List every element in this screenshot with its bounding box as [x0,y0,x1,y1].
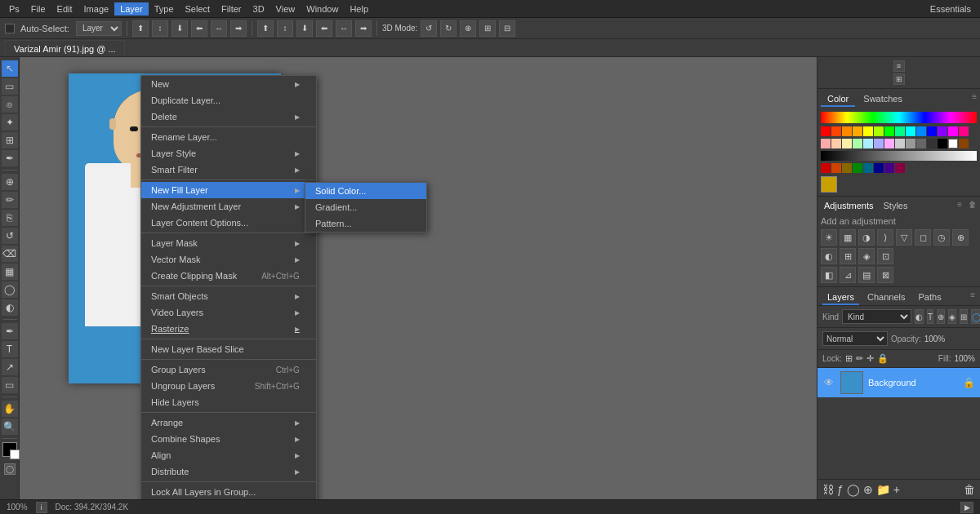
tab-layers[interactable]: Layers [822,290,859,305]
menu-item-rasterize[interactable]: Rasterize [141,321,316,337]
swatch-yellow[interactable] [863,126,873,136]
swatch-amber[interactable] [853,126,862,136]
crop-tool[interactable]: ⊞ [2,132,18,148]
align-hcenter-btn[interactable]: ↔ [211,20,227,37]
quick-mask-btn[interactable]: ◯ [4,463,16,475]
opacity-value[interactable]: 100% [924,335,946,343]
align-right-btn[interactable]: ➡ [230,20,247,37]
swatch-violet[interactable] [938,126,947,136]
active-foreground-color[interactable] [821,176,837,193]
menu-item-layer-mask[interactable]: Layer Mask [141,235,316,251]
adj-posterize-icon[interactable]: ◧ [821,267,837,283]
panel-icon-2[interactable]: ⊞ [893,73,905,85]
adj-exposure-icon[interactable]: ⟩ [877,229,893,246]
blend-mode-select[interactable]: Normal Dissolve Multiply Screen Overlay [822,331,888,346]
swatch-light-magenta[interactable] [884,139,894,148]
blur-tool[interactable]: ◯ [2,281,18,298]
adj-levels-icon[interactable]: ▦ [840,229,856,246]
layers-filter-btn-5[interactable]: ⊞ [960,309,968,324]
menu-item-new[interactable]: New [141,76,316,92]
fill-value[interactable]: 100% [954,354,975,363]
swatch-black[interactable] [938,139,947,148]
swatch-rose[interactable] [959,126,969,136]
submenu-item-gradient[interactable]: Gradient... [305,199,426,215]
menu-item-layer-content[interactable]: Layer Content Options... [141,215,316,231]
adj-colorlookup-icon[interactable]: ◈ [858,248,875,264]
menu-view[interactable]: View [270,2,301,16]
menu-edit[interactable]: Edit [51,2,78,16]
layers-kind-select[interactable]: Kind Name Effect Mode Attribute Color Sm… [842,309,911,324]
menu-item-arrange[interactable]: Arrange [141,414,316,431]
layers-filter-btn-4[interactable]: ◈ [948,309,956,324]
gradient-tool[interactable]: ▦ [2,264,18,280]
swatch-dark-red[interactable] [821,163,831,173]
adj-vibrance-icon[interactable]: ▽ [896,229,912,246]
swatch-dark-orange[interactable] [831,163,841,173]
layer-adjustment-btn[interactable]: ⊕ [863,483,873,496]
menu-file[interactable]: File [25,2,51,16]
history-tool[interactable]: ↺ [2,228,18,244]
adj-colorbalance-icon[interactable]: ◷ [933,229,950,246]
swatch-orange-red[interactable] [831,126,841,136]
menu-type[interactable]: Type [149,2,180,16]
menu-item-smart-filter[interactable]: Smart Filter [141,162,316,178]
tab-adjustments[interactable]: Adjustments [821,200,877,211]
swatch-peach[interactable] [831,139,841,148]
menu-help[interactable]: Help [344,2,374,16]
3d-btn-1[interactable]: ↺ [421,20,437,37]
swatch-darker-gray[interactable] [927,139,937,148]
swatch-light-gray[interactable] [895,139,905,148]
tab-styles[interactable]: Styles [880,200,911,211]
tab-channels[interactable]: Channels [862,290,910,305]
move-tool[interactable]: ↖ [2,60,18,77]
swatch-cyan[interactable] [906,126,915,136]
color-panel-menu[interactable]: ≡ [972,92,977,107]
adj-photo-icon[interactable]: ◐ [821,248,837,264]
menu-layer[interactable]: Layer [114,2,149,16]
swatch-red[interactable] [821,126,831,136]
auto-select-type[interactable]: Layer Group [76,21,122,36]
lock-all-btn[interactable]: 🔒 [877,353,889,364]
menu-item-layer-style[interactable]: Layer Style [141,145,316,162]
menu-item-align[interactable]: Align [141,447,316,463]
foreground-color[interactable] [2,442,17,457]
tab-swatches[interactable]: Swatches [857,92,909,107]
swatch-yellow-green[interactable] [874,126,884,136]
hand-tool[interactable]: ✋ [2,401,18,417]
swatch-orange[interactable] [842,126,852,136]
swatch-light-red[interactable] [821,139,831,148]
auto-select-checkbox[interactable] [5,24,15,33]
healing-tool[interactable]: ⊕ [2,174,18,190]
swatch-teal[interactable] [863,163,873,173]
menu-item-video-layers[interactable]: Video Layers [141,304,316,321]
distribute-top-btn[interactable]: ⬆ [257,20,274,37]
submenu-item-pattern[interactable]: Pattern... [305,215,426,232]
swatch-dark-green[interactable] [853,163,862,173]
layer-delete-btn[interactable]: 🗑 [964,483,975,496]
eyedropper-tool[interactable]: ✒ [2,150,18,166]
menu-item-duplicate[interactable]: Duplicate Layer... [141,92,316,109]
menu-item-ungroup-layers[interactable]: Ungroup Layers Shift+Ctrl+G [141,378,316,394]
menu-item-lock-all[interactable]: Lock All Layers in Group... [141,484,316,499]
color-gradient-strip[interactable] [821,151,977,161]
lock-transparent-btn[interactable]: ⊞ [845,353,853,364]
menu-filter[interactable]: Filter [216,2,247,16]
marquee-tool[interactable]: ▭ [2,78,18,95]
layer-fx-btn[interactable]: ƒ [837,483,844,496]
layers-filter-toggle[interactable]: ◯ [971,309,980,324]
menu-item-clipping-mask[interactable]: Create Clipping Mask Alt+Ctrl+G [141,268,316,284]
adj-threshold-icon[interactable]: ⊿ [840,267,856,283]
3d-btn-2[interactable]: ↻ [440,20,457,37]
distribute-right-btn[interactable]: ➡ [355,20,372,37]
menu-item-new-adjustment[interactable]: New Adjustment Layer [141,198,316,215]
align-vcenter-btn[interactable]: ↕ [152,20,168,37]
brush-tool[interactable]: ✏ [2,192,18,208]
menu-item-combine-shapes[interactable]: Combine Shapes [141,431,316,447]
menu-item-new-slice[interactable]: New Layer Based Slice [141,341,316,357]
document-tab[interactable]: Varizal Amir (91).jpg @ ... [5,40,125,56]
menu-item-delete[interactable]: Delete [141,109,316,125]
shape-tool[interactable]: ▭ [2,377,18,393]
canvas-area[interactable]: New Duplicate Layer... Delete Rename Lay… [20,57,817,499]
layer-link-btn[interactable]: ⛓ [822,483,834,496]
menu-item-rename[interactable]: Rename Layer... [141,129,316,145]
